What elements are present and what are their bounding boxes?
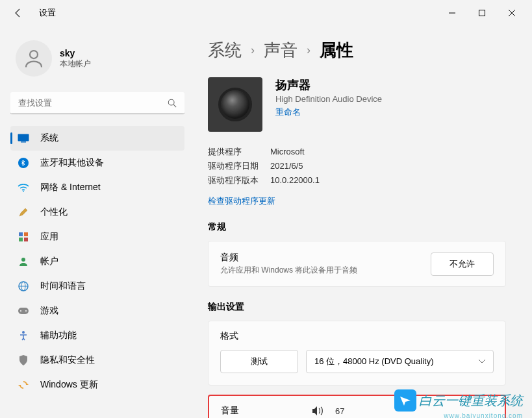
format-dropdown-value: 16 位，48000 Hz (DVD Quality) bbox=[314, 356, 434, 367]
user-block[interactable]: sky 本地帐户 bbox=[10, 32, 184, 88]
nav-windows-update[interactable]: Windows 更新 bbox=[10, 373, 184, 397]
titlebar: 设置 bbox=[0, 0, 532, 26]
update-icon bbox=[17, 378, 30, 391]
window-title: 设置 bbox=[39, 7, 56, 19]
globe-icon bbox=[17, 280, 30, 293]
nav-personalization[interactable]: 个性化 bbox=[10, 200, 184, 225]
driver-version-value: 10.0.22000.1 bbox=[270, 173, 320, 188]
back-button[interactable] bbox=[5, 0, 31, 26]
avatar bbox=[16, 40, 52, 77]
brush-icon bbox=[17, 206, 30, 219]
nav-bluetooth[interactable]: 蓝牙和其他设备 bbox=[10, 151, 184, 175]
search-input[interactable] bbox=[18, 98, 168, 108]
nav-system[interactable]: 系统 bbox=[10, 126, 184, 151]
svg-rect-14 bbox=[24, 238, 28, 241]
audio-card-subtitle: 允许应用和 Windows 将此设备用于音频 bbox=[220, 265, 431, 276]
svg-rect-11 bbox=[19, 232, 23, 236]
close-button[interactable] bbox=[497, 0, 527, 26]
wifi-icon bbox=[17, 181, 30, 194]
nav-label: 隐私和安全性 bbox=[40, 354, 95, 366]
check-updates-link[interactable]: 检查驱动程序更新 bbox=[208, 195, 275, 207]
svg-point-4 bbox=[30, 51, 38, 58]
nav-label: 网络 & Internet bbox=[40, 182, 101, 193]
svg-point-5 bbox=[168, 99, 174, 105]
nav-label: 辅助功能 bbox=[40, 330, 77, 341]
rename-link[interactable]: 重命名 bbox=[275, 106, 301, 118]
test-button[interactable]: 测试 bbox=[220, 350, 298, 373]
breadcrumb-sound[interactable]: 声音 bbox=[264, 39, 298, 62]
maximize-icon bbox=[479, 10, 485, 16]
svg-line-6 bbox=[173, 104, 176, 107]
sidebar: sky 本地帐户 系统 蓝牙和其他设备 网络 & bbox=[0, 26, 195, 418]
svg-rect-7 bbox=[18, 134, 29, 141]
accounts-icon bbox=[17, 255, 30, 268]
device-desc: High Definition Audio Device bbox=[275, 94, 382, 104]
svg-point-9 bbox=[18, 158, 29, 168]
volume-label: 音量 bbox=[221, 405, 312, 417]
search-box[interactable] bbox=[10, 92, 184, 114]
svg-rect-19 bbox=[18, 308, 29, 314]
user-subtitle: 本地帐户 bbox=[60, 58, 91, 69]
nav-label: 系统 bbox=[40, 132, 58, 144]
audio-permission-card: 音频 允许应用和 Windows 将此设备用于音频 不允许 bbox=[208, 241, 506, 287]
gamepad-icon bbox=[17, 304, 30, 317]
nav-label: 应用 bbox=[40, 231, 58, 243]
svg-rect-8 bbox=[21, 141, 26, 143]
svg-rect-13 bbox=[19, 238, 23, 241]
nav-time-language[interactable]: 时间和语言 bbox=[10, 274, 184, 299]
driver-date-label: 驱动程序日期 bbox=[208, 159, 270, 173]
minimize-button[interactable] bbox=[437, 0, 467, 26]
driver-info: 提供程序 Microsoft 驱动程序日期 2021/6/5 驱动程序版本 10… bbox=[208, 145, 506, 188]
nav-label: 时间和语言 bbox=[40, 280, 86, 292]
nav-gaming[interactable]: 游戏 bbox=[10, 299, 184, 323]
speaker-icon[interactable] bbox=[312, 406, 325, 416]
arrow-left-icon bbox=[13, 8, 23, 18]
apps-icon bbox=[17, 230, 30, 243]
person-icon bbox=[22, 47, 45, 70]
nav-accessibility[interactable]: 辅助功能 bbox=[10, 323, 184, 348]
minimize-icon bbox=[449, 10, 455, 16]
watermark-url: www.baiyunxitong.com bbox=[444, 412, 523, 418]
close-icon bbox=[509, 10, 515, 16]
nav-list: 系统 蓝牙和其他设备 网络 & Internet 个性化 应用 bbox=[10, 126, 184, 397]
svg-point-21 bbox=[25, 310, 27, 312]
nav-label: 帐户 bbox=[40, 256, 58, 267]
audio-card-title: 音频 bbox=[220, 252, 431, 264]
disallow-button[interactable]: 不允许 bbox=[431, 252, 494, 276]
format-card: 格式 测试 16 位，48000 Hz (DVD Quality) bbox=[208, 321, 506, 386]
breadcrumb-system[interactable]: 系统 bbox=[208, 39, 242, 62]
device-header: 扬声器 High Definition Audio Device 重命名 bbox=[208, 77, 506, 132]
svg-rect-12 bbox=[24, 232, 28, 236]
svg-point-15 bbox=[21, 258, 25, 262]
chevron-down-icon bbox=[479, 360, 485, 363]
content-area: 系统 › 声音 › 属性 扬声器 High Definition Audio D… bbox=[195, 26, 532, 418]
format-dropdown[interactable]: 16 位，48000 Hz (DVD Quality) bbox=[306, 350, 494, 373]
driver-date-value: 2021/6/5 bbox=[270, 159, 303, 173]
general-section-title: 常规 bbox=[208, 221, 506, 233]
system-icon bbox=[17, 132, 30, 145]
accessibility-icon bbox=[17, 329, 30, 342]
search-icon bbox=[168, 99, 177, 108]
provider-label: 提供程序 bbox=[208, 145, 270, 159]
nav-accounts[interactable]: 帐户 bbox=[10, 249, 184, 274]
bluetooth-icon bbox=[17, 156, 30, 169]
nav-label: 个性化 bbox=[40, 206, 68, 218]
nav-label: 游戏 bbox=[40, 305, 58, 317]
chevron-right-icon: › bbox=[251, 43, 255, 57]
nav-privacy[interactable]: 隐私和安全性 bbox=[10, 348, 184, 373]
svg-point-10 bbox=[23, 191, 24, 192]
nav-label: 蓝牙和其他设备 bbox=[40, 157, 104, 169]
nav-network[interactable]: 网络 & Internet bbox=[10, 175, 184, 200]
svg-rect-1 bbox=[479, 10, 485, 16]
breadcrumb-current: 属性 bbox=[320, 39, 353, 62]
nav-apps[interactable]: 应用 bbox=[10, 225, 184, 249]
svg-point-20 bbox=[20, 310, 21, 312]
output-section-title: 输出设置 bbox=[208, 301, 506, 313]
volume-value: 67 bbox=[335, 406, 344, 416]
maximize-button[interactable] bbox=[467, 0, 497, 26]
user-name: sky bbox=[60, 48, 91, 58]
device-name: 扬声器 bbox=[275, 77, 382, 93]
chevron-right-icon: › bbox=[307, 43, 310, 57]
speaker-device-icon bbox=[208, 77, 262, 132]
provider-value: Microsoft bbox=[270, 145, 305, 159]
